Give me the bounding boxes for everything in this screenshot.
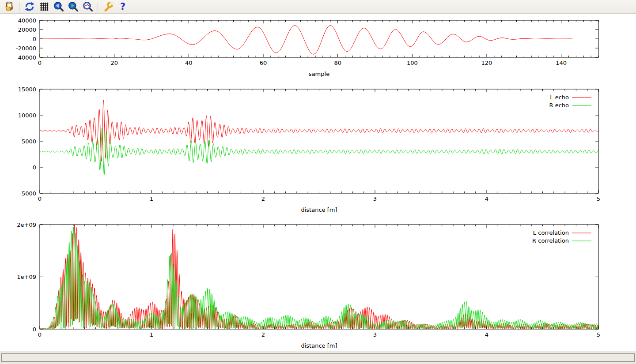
y-tick-label: -5000 [19, 190, 36, 197]
legend-label: R correlation [532, 237, 569, 244]
legend-label: L echo [550, 94, 569, 101]
configure-terminal-button[interactable] [102, 0, 114, 13]
x-tick-label: 1 [150, 331, 153, 338]
magnifier-plot-icon [83, 1, 93, 12]
x-tick-label: 4 [485, 195, 488, 202]
y-tick-label: 1e+09 [17, 274, 36, 280]
legend-label: L correlation [533, 229, 569, 236]
y-tick-label: 5000 [22, 138, 36, 145]
y-tick-label: 15000 [18, 86, 36, 93]
x-tick-label: 2 [261, 331, 265, 338]
wrench-icon [103, 1, 114, 12]
x-axis-label: sample [309, 71, 329, 77]
y-tick-label: 20000 [18, 26, 36, 33]
y-tick-label: 0 [33, 164, 36, 171]
x-tick-label: 5 [597, 195, 600, 202]
status-text-field [1, 353, 635, 362]
clipboard-plot-icon [4, 1, 15, 12]
magnifier-right-arrow-icon [68, 1, 79, 12]
x-tick-label: 100 [407, 60, 418, 66]
x-tick-label: 4 [485, 331, 488, 338]
autoscale-button[interactable] [81, 0, 94, 13]
x-axis-label: distance [m] [301, 342, 337, 349]
toolbar-separator [98, 2, 98, 11]
x-tick-label: 80 [334, 60, 341, 66]
plot-1: 012345-5000050001000015000distance [m]L … [18, 86, 601, 214]
plot-canvas: 020406080100120140-40000-200000200004000… [0, 14, 636, 351]
y-tick-label: 0 [33, 326, 36, 333]
replot-button[interactable] [23, 0, 36, 13]
toggle-grid-button[interactable] [38, 0, 50, 13]
svg-text:?: ? [120, 1, 125, 12]
x-tick-label: 20 [110, 60, 118, 66]
toolbar-separator [19, 2, 19, 11]
y-tick-label: -40000 [16, 54, 36, 61]
magnifier-left-arrow-icon [53, 1, 64, 12]
plot-2: 01234501e+092e+09distance [m]L correlati… [17, 221, 600, 349]
y-tick-label: 0 [33, 36, 36, 42]
y-tick-label: 10000 [18, 112, 36, 119]
y-tick-label: 40000 [18, 17, 36, 24]
x-tick-label: 5 [597, 331, 600, 338]
plot-area-2[interactable] [40, 225, 598, 329]
zoom-next-button[interactable] [67, 0, 80, 13]
legend-label: R echo [549, 102, 569, 109]
toolbar: ? [0, 0, 636, 14]
plots-svg: 020406080100120140-40000-200000200004000… [0, 14, 636, 351]
x-tick-label: 2 [261, 195, 265, 202]
x-tick-label: 140 [556, 60, 567, 66]
refresh-arrows-icon [24, 1, 35, 12]
help-button[interactable]: ? [116, 0, 129, 13]
question-mark-icon: ? [117, 1, 128, 12]
x-tick-label: 0 [38, 331, 42, 338]
copy-to-clipboard-button[interactable] [3, 0, 15, 13]
x-axis-label: distance [m] [301, 206, 337, 213]
x-tick-label: 3 [373, 331, 377, 338]
x-tick-label: 0 [38, 195, 42, 202]
plot-area-0[interactable] [40, 20, 598, 57]
y-tick-label: -20000 [16, 45, 36, 52]
x-tick-label: 3 [373, 195, 377, 202]
plot-area-1[interactable] [40, 89, 598, 193]
x-tick-label: 0 [38, 60, 42, 66]
zoom-previous-button[interactable] [52, 0, 65, 13]
x-tick-label: 120 [481, 60, 492, 66]
plot-0: 020406080100120140-40000-200000200004000… [16, 17, 598, 78]
gnuplot-window: ? 020406080100120140-40000-2000002000040… [0, 0, 636, 364]
x-tick-label: 40 [185, 60, 193, 66]
x-tick-label: 60 [260, 60, 267, 66]
grid-icon [39, 1, 49, 12]
y-tick-label: 2e+09 [17, 221, 36, 228]
status-bar [0, 351, 636, 364]
x-tick-label: 1 [150, 195, 153, 202]
